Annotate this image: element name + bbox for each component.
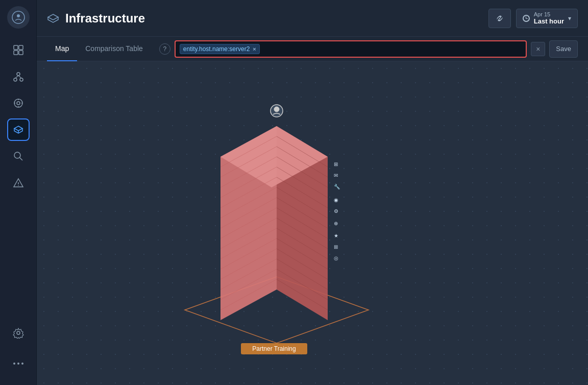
svg-line-39 [220, 228, 277, 259]
svg-point-6 [17, 73, 20, 76]
svg-line-59 [277, 279, 328, 310]
svg-rect-5 [19, 51, 23, 55]
map-area: ⊞ ✉ 🔧 ◉ ⚙ ⊕ ★ ⊞ ◎ Partner Training [37, 61, 588, 385]
topbar: Infrastructure Apr 15 Last hour ▾ [37, 0, 588, 37]
svg-text:✉: ✉ [334, 173, 338, 178]
svg-line-19 [19, 158, 22, 161]
svg-line-38 [220, 218, 277, 249]
tab-map[interactable]: Map [47, 37, 77, 61]
svg-rect-4 [14, 51, 18, 55]
svg-text:◎: ◎ [334, 255, 338, 261]
svg-line-37 [220, 208, 277, 238]
alerts-icon [13, 177, 24, 188]
map-svg: ⊞ ✉ 🔧 ◉ ⚙ ⊕ ★ ⊞ ◎ Partner Training [37, 61, 588, 385]
sidebar-item-observe[interactable] [7, 92, 30, 114]
sidebar-item-services[interactable] [7, 65, 30, 88]
sidebar-item-alerts[interactable] [7, 172, 30, 194]
svg-point-60 [271, 105, 283, 117]
svg-point-25 [21, 363, 23, 365]
svg-point-1 [17, 14, 20, 17]
tabbar: Map Comparison Table ? entity.host.name:… [37, 37, 588, 61]
dashboard-icon [13, 44, 24, 56]
sidebar-item-more[interactable] [7, 352, 30, 375]
sidebar-logo[interactable] [7, 6, 30, 29]
svg-line-48 [277, 167, 328, 198]
svg-line-52 [277, 208, 328, 238]
time-label: Last hour [534, 17, 564, 25]
svg-point-12 [17, 102, 20, 105]
tab-comparison-table[interactable]: Comparison Table [77, 37, 151, 61]
svg-text:⊞: ⊞ [334, 244, 338, 250]
svg-line-40 [220, 238, 277, 269]
svg-line-45 [277, 136, 328, 167]
svg-text:⊕: ⊕ [334, 221, 338, 226]
search-clear-button[interactable]: × [531, 42, 545, 56]
svg-rect-2 [14, 45, 18, 50]
clock-icon [523, 15, 530, 22]
sidebar-item-infrastructure[interactable] [7, 118, 30, 141]
search-help-button[interactable]: ? [159, 43, 170, 55]
search-box[interactable]: entity.host.name:server2 × [175, 40, 527, 58]
svg-rect-3 [19, 45, 23, 50]
svg-line-49 [277, 177, 328, 208]
svg-line-53 [277, 218, 328, 249]
svg-line-55 [277, 238, 328, 269]
logo-icon [12, 11, 25, 24]
svg-line-43 [220, 269, 277, 300]
sidebar-item-dashboard[interactable] [7, 39, 30, 61]
main-content: Infrastructure Apr 15 Last hour ▾ [37, 0, 588, 385]
svg-marker-26 [185, 277, 369, 343]
link-icon [495, 14, 504, 23]
sidebar [0, 0, 37, 385]
topbar-actions: Apr 15 Last hour ▾ [488, 9, 578, 28]
svg-text:🔧: 🔧 [334, 183, 340, 190]
page-title: Infrastructure [65, 11, 482, 26]
svg-line-44 [220, 279, 277, 310]
services-icon [13, 71, 24, 82]
svg-point-61 [274, 107, 279, 112]
svg-point-21 [18, 185, 19, 186]
search-tag: entity.host.name:server2 × [180, 44, 260, 54]
search-bar-wrapper: ? entity.host.name:server2 × × Save [159, 40, 578, 58]
svg-text:★: ★ [334, 233, 338, 238]
svg-text:⊞: ⊞ [334, 161, 338, 167]
svg-line-46 [277, 147, 328, 177]
more-icon [13, 362, 24, 365]
svg-line-50 [277, 187, 328, 218]
svg-marker-29 [220, 126, 328, 187]
svg-line-10 [18, 76, 21, 78]
svg-line-51 [277, 198, 328, 228]
time-range-button[interactable]: Apr 15 Last hour ▾ [516, 9, 578, 28]
svg-line-57 [277, 259, 328, 290]
svg-point-11 [14, 99, 22, 107]
settings-icon [13, 327, 24, 339]
svg-point-8 [20, 78, 23, 81]
infrastructure-icon [13, 124, 24, 135]
search-tag-remove[interactable]: × [253, 46, 256, 52]
svg-line-58 [277, 269, 328, 300]
svg-marker-27 [220, 126, 277, 320]
svg-point-23 [13, 363, 15, 365]
svg-line-36 [220, 198, 277, 228]
svg-point-22 [17, 331, 20, 334]
svg-line-9 [15, 76, 18, 78]
search-save-button[interactable]: Save [549, 40, 578, 58]
svg-line-33 [220, 167, 277, 198]
sidebar-item-search[interactable] [7, 145, 30, 167]
link-button[interactable] [488, 9, 511, 28]
svg-point-24 [17, 363, 19, 365]
svg-line-31 [220, 147, 277, 177]
time-date: Apr 15 [534, 11, 550, 17]
svg-line-34 [220, 177, 277, 208]
sidebar-item-settings[interactable] [7, 322, 30, 344]
svg-line-42 [220, 259, 277, 290]
svg-line-35 [220, 187, 277, 218]
svg-line-47 [277, 157, 328, 187]
svg-point-18 [14, 152, 20, 158]
svg-line-54 [277, 228, 328, 259]
svg-marker-28 [277, 126, 328, 320]
svg-line-56 [277, 249, 328, 279]
svg-text:Partner Training: Partner Training [252, 345, 296, 352]
sidebar-bottom [7, 322, 30, 379]
svg-line-30 [220, 136, 277, 167]
